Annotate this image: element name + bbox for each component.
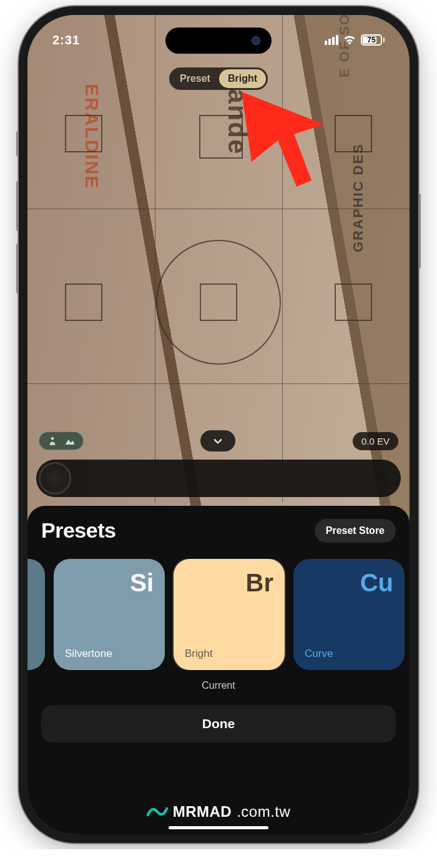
preset-card-prev[interactable] <box>27 559 45 670</box>
phone-frame: ERALDINE rande GRAPHIC DES E OF SOAKI 2:… <box>19 6 418 843</box>
preset-name: Curve <box>305 648 393 660</box>
phone-volume-up <box>16 181 19 231</box>
svg-point-0 <box>51 437 54 440</box>
preset-name: Bright <box>185 648 273 660</box>
watermark-logo-icon <box>147 804 168 819</box>
done-button[interactable]: Done <box>41 705 396 742</box>
status-time: 2:31 <box>52 33 80 47</box>
wifi-icon <box>343 35 356 45</box>
preset-store-button[interactable]: Preset Store <box>315 519 396 543</box>
preset-symbol: Cu <box>360 569 393 597</box>
watermark-brand: MRMAD <box>173 803 232 821</box>
mode-toggle[interactable]: Preset Bright <box>169 67 268 90</box>
home-indicator[interactable] <box>169 826 268 829</box>
camera-controls-row: 0.0 EV <box>27 427 410 455</box>
collapse-button[interactable] <box>200 430 235 451</box>
focus-marker <box>335 284 372 321</box>
cellular-icon <box>325 35 338 45</box>
chevron-down-icon <box>212 435 224 447</box>
preset-name: Silvertone <box>65 648 154 660</box>
preset-carousel[interactable]: Si Silvertone Br Bright Cu Curve <box>27 559 410 670</box>
phone-side-button <box>16 131 19 156</box>
focus-marker <box>335 115 372 152</box>
bg-text: GRAPHIC DES <box>350 143 366 252</box>
landscape-icon <box>64 435 76 446</box>
mode-bright-segment[interactable]: Bright <box>219 69 266 88</box>
center-focus-ring[interactable] <box>156 240 281 365</box>
preset-card-bright[interactable]: Br Bright <box>174 559 285 670</box>
preset-symbol: Br <box>246 569 273 597</box>
sheet-title: Presets <box>41 518 115 543</box>
focus-marker <box>199 115 243 159</box>
presets-sheet: Presets Preset Store Si Silvertone Br Br… <box>27 506 410 834</box>
preset-card-silvertone[interactable]: Si Silvertone <box>54 559 165 670</box>
center-focus-square <box>200 284 237 321</box>
current-preset-label: Current <box>41 680 396 691</box>
preset-symbol: Si <box>130 569 154 597</box>
subject-mode-toggle[interactable] <box>39 432 84 450</box>
slider-knob[interactable] <box>39 462 71 495</box>
mode-preset-segment[interactable]: Preset <box>171 69 219 88</box>
focus-marker <box>65 115 102 152</box>
preset-card-curve[interactable]: Cu Curve <box>293 559 405 670</box>
exposure-value[interactable]: 0.0 EV <box>353 432 398 450</box>
screen: ERALDINE rande GRAPHIC DES E OF SOAKI 2:… <box>27 15 410 834</box>
watermark-domain: .com.tw <box>237 803 290 821</box>
battery-icon: 75 <box>361 34 385 46</box>
dynamic-island <box>165 27 272 54</box>
person-icon <box>47 435 58 446</box>
phone-power-button <box>418 194 421 269</box>
focus-marker <box>65 284 102 321</box>
phone-volume-down <box>16 244 19 293</box>
adjustment-slider[interactable] <box>36 460 401 497</box>
watermark: MRMAD.com.tw <box>27 803 410 821</box>
